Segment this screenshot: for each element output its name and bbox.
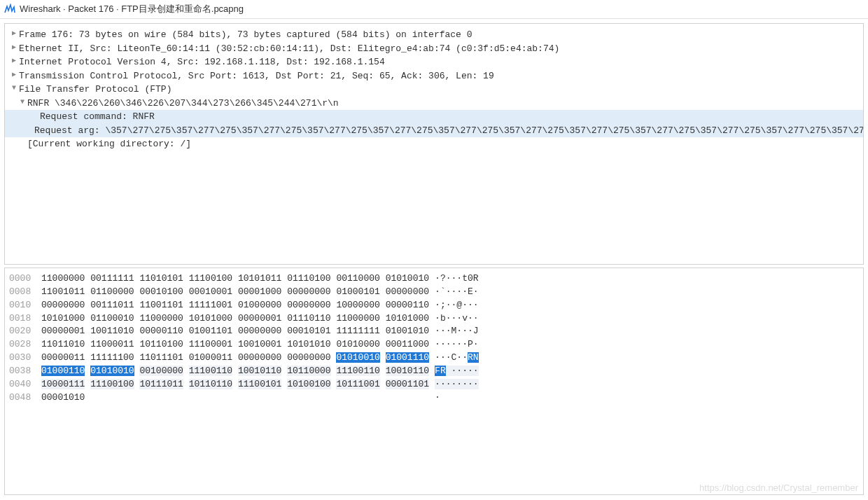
hex-offset: 0000 [9, 272, 41, 286]
hex-ascii[interactable]: ·?···t0R [429, 272, 479, 286]
tree-row-request-arg[interactable]: · Request arg: \357\277\275\357\277\275\… [5, 124, 863, 138]
hex-ascii[interactable]: ······P· [429, 338, 479, 352]
hex-ascii[interactable]: ·b···v·· [429, 312, 479, 326]
collapse-icon[interactable]: ▼ [9, 83, 19, 93]
hex-bytes[interactable]: 11001011 01100000 00010100 00010001 0000… [41, 286, 429, 299]
hex-bytes[interactable]: 00000011 11111100 11011101 01000011 0000… [41, 352, 429, 365]
hex-bytes[interactable]: 00001010 [41, 391, 429, 405]
expand-icon[interactable]: ▶ [9, 28, 19, 39]
hex-row[interactable]: 000811001011 01100000 00010100 00010001 … [5, 286, 863, 299]
hex-bytes[interactable]: 11011010 11000011 10110100 11100001 1001… [41, 338, 429, 352]
hex-bytes[interactable]: 00000000 00111011 11001101 11111001 0100… [41, 299, 429, 312]
hex-bytes[interactable]: 00000001 10011010 00000110 01001101 0000… [41, 325, 429, 338]
hex-ascii[interactable]: · [429, 391, 440, 405]
hex-bytes[interactable]: 01000110 01010010 00100000 11100110 1001… [41, 365, 429, 378]
packet-bytes-panel[interactable]: 000011000000 00111111 11010101 11100100 … [4, 268, 864, 495]
hex-ascii[interactable]: ·;··@··· [429, 299, 479, 312]
hex-ascii[interactable]: ········ [429, 378, 479, 391]
hex-offset: 0008 [9, 286, 41, 299]
hex-row[interactable]: 002000000001 10011010 00000110 01001101 … [5, 325, 863, 338]
hex-ascii[interactable]: ···C··RN [429, 352, 479, 365]
tree-row-request-command[interactable]: · Request command: RNFR [5, 110, 863, 124]
hex-offset: 0030 [9, 352, 41, 365]
hex-bytes[interactable]: 11000000 00111111 11010101 11100100 1010… [41, 272, 429, 286]
hex-offset: 0048 [9, 391, 41, 405]
expand-icon[interactable]: ▶ [9, 69, 19, 80]
packet-details-tree[interactable]: ▶ Frame 176: 73 bytes on wire (584 bits)… [4, 23, 864, 265]
tree-row-ip[interactable]: ▶ Internet Protocol Version 4, Src: 192.… [5, 55, 863, 69]
hex-ascii[interactable]: ···M···J [429, 325, 479, 338]
hex-row[interactable]: 003801000110 01010010 00100000 11100110 … [5, 365, 863, 378]
hex-bytes[interactable]: 10101000 01100010 11000000 10101000 0000… [41, 312, 429, 326]
hex-row[interactable]: 003000000011 11111100 11011101 01000011 … [5, 352, 863, 365]
tree-row-cwd[interactable]: · [Current working directory: /] [5, 137, 863, 151]
hex-row[interactable]: 004010000111 11100100 10111011 10110110 … [5, 378, 863, 391]
hex-ascii[interactable]: ·`····E· [429, 286, 479, 299]
hex-offset: 0038 [9, 365, 41, 378]
titlebar: Wireshark · Packet 176 · FTP目录创建和重命名.pca… [0, 0, 868, 19]
hex-row[interactable]: 004800001010 · [5, 391, 863, 405]
hex-row[interactable]: 001000000000 00111011 11001101 11111001 … [5, 299, 863, 312]
hex-offset: 0010 [9, 299, 41, 312]
hex-ascii[interactable]: FR ····· [429, 365, 479, 378]
expand-icon[interactable]: ▶ [9, 42, 19, 53]
collapse-icon[interactable]: ▼ [18, 97, 27, 107]
hex-row[interactable]: 001810101000 01100010 11000000 10101000 … [5, 312, 863, 326]
expand-icon[interactable]: ▶ [9, 55, 19, 66]
wireshark-icon [4, 4, 15, 15]
tree-row-tcp[interactable]: ▶ Transmission Control Protocol, Src Por… [5, 69, 863, 83]
hex-offset: 0040 [9, 378, 41, 391]
hex-offset: 0018 [9, 312, 41, 326]
tree-row-ftp[interactable]: ▼ File Transfer Protocol (FTP) [5, 83, 863, 97]
hex-bytes[interactable]: 10000111 11100100 10111011 10110110 1110… [41, 378, 429, 391]
hex-row[interactable]: 002811011010 11000011 10110100 11100001 … [5, 338, 863, 352]
tree-row-rnfr[interactable]: ▼ RNFR \346\226\260\346\226\207\344\273\… [5, 97, 863, 111]
hex-offset: 0028 [9, 338, 41, 352]
window-title: Wireshark · Packet 176 · FTP目录创建和重命名.pca… [20, 3, 244, 15]
hex-row[interactable]: 000011000000 00111111 11010101 11100100 … [5, 272, 863, 286]
tree-row-frame[interactable]: ▶ Frame 176: 73 bytes on wire (584 bits)… [5, 28, 863, 42]
tree-row-ethernet[interactable]: ▶ Ethernet II, Src: LiteonTe_60:14:11 (3… [5, 42, 863, 56]
hex-offset: 0020 [9, 325, 41, 338]
